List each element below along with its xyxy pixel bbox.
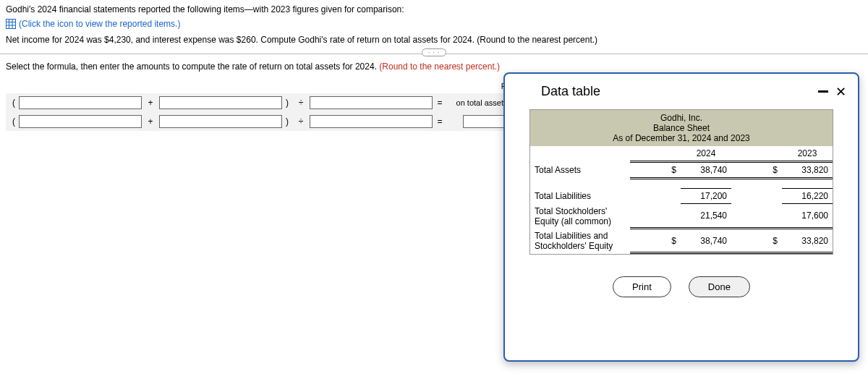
minimize-icon[interactable] — [818, 90, 828, 93]
numerator-input-2[interactable] — [159, 96, 282, 109]
intro-line-1: Godhi's 2024 financial statements report… — [6, 4, 862, 14]
col-2023: 2023 — [782, 146, 833, 162]
result-input[interactable] — [463, 115, 506, 128]
table-header: Godhi, Inc. Balance Sheet As of December… — [530, 110, 833, 146]
col-2024: 2024 — [681, 146, 731, 162]
done-button[interactable]: Done — [689, 276, 750, 297]
intro-line-3: Net income for 2024 was $4,230, and inte… — [6, 35, 862, 45]
row-total-liab-equity: Total Liabilities and Stockholders' Equi… — [530, 229, 833, 253]
close-icon[interactable]: ✕ — [835, 85, 846, 98]
print-button[interactable]: Print — [613, 276, 671, 297]
row-total-equity: Total Stockholders' Equity (all common) … — [530, 204, 833, 229]
value-input-3[interactable] — [310, 115, 433, 128]
plus-op: + — [142, 98, 159, 108]
data-table-modal: Data table ✕ Godhi, Inc. Balance Sheet A… — [503, 72, 859, 362]
numerator-input-1[interactable] — [19, 96, 142, 109]
formula-area: Rate of return ( + ) ÷ = on total assets… — [0, 79, 564, 131]
view-reported-link[interactable]: (Click the icon to view the reported ite… — [19, 19, 180, 29]
table-icon[interactable] — [6, 19, 16, 29]
ellipsis-pill[interactable]: · · · — [422, 48, 446, 56]
row-total-liabilities: Total Liabilities 17,200 16,220 — [530, 189, 833, 204]
row-total-assets: Total Assets $ 38,740 $ 33,820 — [530, 162, 833, 179]
modal-title: Data table — [516, 84, 600, 99]
equals-op-1: = — [433, 98, 447, 108]
svg-rect-0 — [7, 20, 16, 29]
divide-op-1: ÷ — [292, 98, 310, 108]
value-input-2[interactable] — [159, 115, 282, 128]
denominator-input-1[interactable] — [310, 96, 433, 109]
divider: · · · — [0, 54, 868, 54]
value-input-1[interactable] — [19, 115, 142, 128]
balance-sheet-table: Godhi, Inc. Balance Sheet As of December… — [529, 109, 833, 255]
